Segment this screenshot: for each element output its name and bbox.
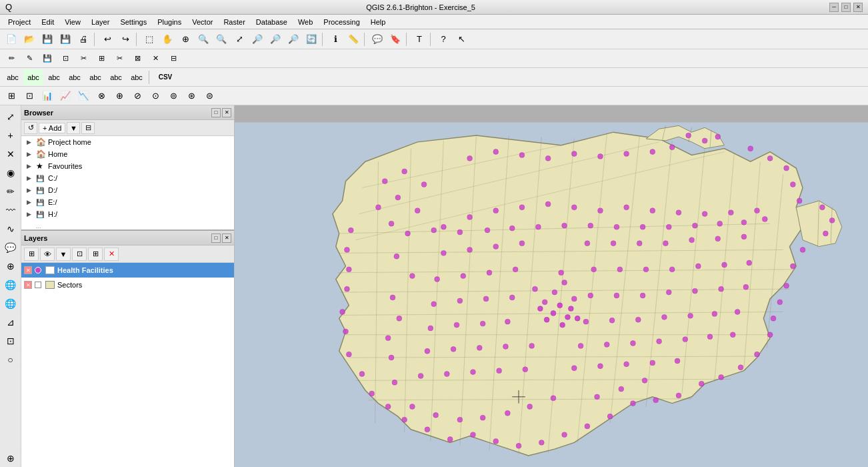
menu-plugins[interactable]: Plugins [152, 17, 187, 27]
layers-float-button[interactable]: □ [211, 234, 221, 243]
tree-item-c[interactable]: ▶ 💾 C:/ [21, 172, 234, 184]
print-button[interactable]: 🖨 [75, 31, 92, 47]
left-tool-9[interactable]: ⊕ [2, 258, 19, 275]
menu-help[interactable]: Help [365, 17, 391, 27]
select-features-button[interactable]: ⬚ [141, 31, 158, 47]
zoom-out-button[interactable]: 🔍 [213, 31, 230, 47]
layers-copy-button[interactable]: ⊞ [24, 248, 39, 261]
identify-button[interactable]: ℹ [327, 31, 344, 47]
digitize-btn1[interactable]: ✏ [3, 51, 20, 67]
minimize-button[interactable]: ─ [829, 3, 839, 12]
browser-tree[interactable]: ▶ 🏠 Project home ▶ 🏠 Home ▶ ★ Favourites… [21, 136, 234, 229]
digitize-btn6[interactable]: ⊞ [93, 51, 110, 67]
browser-refresh-button[interactable]: ↺ [24, 122, 37, 134]
extra-btn10[interactable]: ⊚ [165, 88, 182, 104]
tree-item-project-home[interactable]: ▶ 🏠 Project home [21, 136, 234, 148]
layers-close-button[interactable]: ✕ [222, 234, 231, 243]
layers-remove-button[interactable]: ✕ [104, 248, 119, 261]
measure-button[interactable]: 📏 [345, 31, 362, 47]
label-btn5[interactable]: abc [85, 69, 105, 85]
menu-view[interactable]: View [59, 17, 86, 27]
menu-web[interactable]: Web [293, 17, 318, 27]
menu-raster[interactable]: Raster [218, 17, 250, 27]
menu-database[interactable]: Database [251, 17, 293, 27]
menu-processing[interactable]: Processing [318, 17, 365, 27]
digitize-btn7[interactable]: ✂ [111, 51, 128, 67]
zoom-to-selection-button[interactable]: 🔎 [249, 31, 266, 47]
extra-btn5[interactable]: 📉 [75, 88, 92, 104]
left-tool-13[interactable]: ⊡ [2, 332, 19, 350]
left-tool-2[interactable]: + [2, 127, 19, 144]
extra-btn7[interactable]: ⊕ [111, 88, 128, 104]
digitize-btn10[interactable]: ⊟ [165, 51, 182, 67]
extra-btn4[interactable]: 📈 [57, 88, 74, 104]
extra-btn2[interactable]: ⊡ [21, 88, 38, 104]
browser-filter-button[interactable]: ▼ [67, 122, 80, 134]
digitize-btn8[interactable]: ⊠ [129, 51, 146, 67]
left-tool-1[interactable]: ⤢ [2, 108, 19, 125]
left-tool-6[interactable]: 〰 [2, 201, 19, 219]
save-project-button[interactable]: 💾 [39, 31, 56, 47]
left-tool-14[interactable]: ○ [2, 351, 19, 368]
extra-btn1[interactable]: ⊞ [3, 88, 20, 104]
digitize-btn3[interactable]: 💾 [39, 51, 56, 67]
zoom-in-button[interactable]: 🔍 [195, 31, 212, 47]
browser-collapse-button[interactable]: ⊟ [81, 122, 95, 134]
zoom-full-button[interactable]: ⤢ [231, 31, 248, 47]
redo-button[interactable]: ↪ [117, 31, 134, 47]
label-btn1[interactable]: abc [3, 69, 23, 85]
csv-btn[interactable]: CSV [153, 69, 177, 85]
open-project-button[interactable]: 📂 [21, 31, 38, 47]
annotation-button[interactable]: T [411, 31, 428, 47]
label-btn4[interactable]: abc [65, 69, 85, 85]
browser-add-button[interactable]: + Add [39, 123, 65, 133]
left-tool-10[interactable]: 🌐 [2, 276, 19, 294]
layers-list[interactable]: ✕ Health Facilities ✕ Sectors [21, 263, 234, 467]
zoom-last-button[interactable]: 🔎 [285, 31, 302, 47]
left-tool-15[interactable]: ⊕ [2, 450, 19, 467]
layers-filter-button[interactable]: ▼ [56, 248, 71, 261]
browser-close-button[interactable]: ✕ [222, 108, 231, 117]
label-btn7[interactable]: abc [127, 69, 147, 85]
tree-item-e[interactable]: ▶ 💾 E:/ [21, 196, 234, 208]
left-tool-7[interactable]: ∿ [2, 220, 19, 238]
extra-btn6[interactable]: ⊗ [93, 88, 110, 104]
digitize-btn4[interactable]: ⊡ [57, 51, 74, 67]
menu-vector[interactable]: Vector [187, 17, 218, 27]
left-tool-3[interactable]: ✕ [2, 145, 19, 163]
menu-project[interactable]: Project [3, 17, 36, 27]
left-tool-12[interactable]: ⊿ [2, 314, 19, 331]
help-button[interactable]: ? [435, 31, 452, 47]
left-tool-5[interactable]: ✏ [2, 183, 19, 200]
tree-item-more[interactable]: ... [21, 220, 234, 229]
extra-btn3[interactable]: 📊 [39, 88, 56, 104]
tree-item-h[interactable]: ▶ 💾 H:/ [21, 208, 234, 220]
zoom-to-layer-button[interactable]: 🔎 [267, 31, 284, 47]
digitize-btn5[interactable]: ✂ [75, 51, 92, 67]
digitize-btn9[interactable]: ✕ [147, 51, 164, 67]
pan-to-selection-button[interactable]: ⊕ [177, 31, 194, 47]
maximize-button[interactable]: □ [841, 3, 851, 12]
label-btn2[interactable]: abc [23, 69, 43, 85]
extra-btn12[interactable]: ⊜ [201, 88, 218, 104]
close-button[interactable]: ✕ [853, 3, 863, 12]
layers-visible-button[interactable]: 👁 [40, 248, 55, 261]
digitize-btn2[interactable]: ✎ [21, 51, 38, 67]
new-project-button[interactable]: 📄 [3, 31, 20, 47]
undo-button[interactable]: ↩ [99, 31, 116, 47]
label-btn3[interactable]: abc [44, 69, 64, 85]
label-btn6[interactable]: abc [106, 69, 126, 85]
menu-settings[interactable]: Settings [115, 17, 152, 27]
extra-btn8[interactable]: ⊘ [129, 88, 146, 104]
spatial-bookmarks-button[interactable]: 🔖 [387, 31, 404, 47]
left-tool-4[interactable]: ◉ [2, 164, 19, 181]
tree-item-d[interactable]: ▶ 💾 D:/ [21, 184, 234, 196]
menu-edit[interactable]: Edit [36, 17, 59, 27]
save-as-button[interactable]: 💾 [57, 31, 74, 47]
cursor-button[interactable]: ↖ [453, 31, 470, 47]
map-tips-button[interactable]: 💬 [369, 31, 386, 47]
layer-sectors[interactable]: ✕ Sectors [21, 278, 234, 292]
tree-item-home[interactable]: ▶ 🏠 Home [21, 148, 234, 160]
zoom-next-button[interactable]: 🔄 [303, 31, 320, 47]
pan-button[interactable]: ✋ [159, 31, 176, 47]
